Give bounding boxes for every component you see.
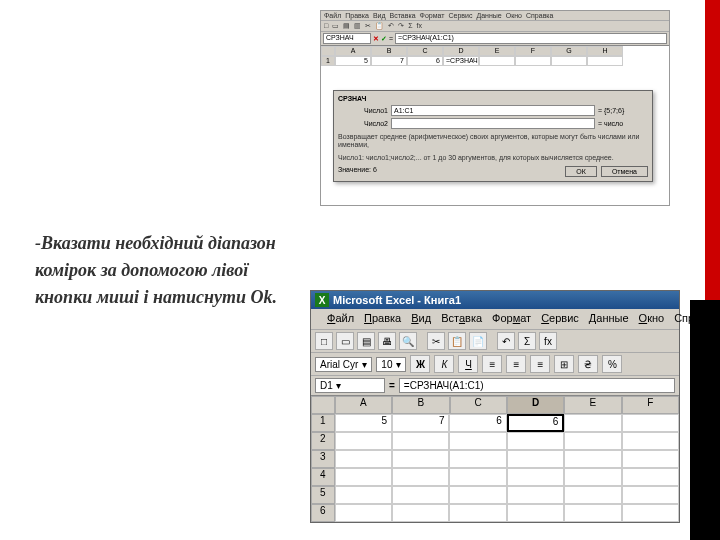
cell[interactable] xyxy=(622,432,679,450)
row-head[interactable]: 2 xyxy=(311,432,335,450)
cell[interactable] xyxy=(622,486,679,504)
active-cell[interactable]: 6 xyxy=(507,414,564,432)
col-head[interactable]: C xyxy=(407,46,443,56)
row-head[interactable]: 6 xyxy=(311,504,335,522)
corner-cell[interactable] xyxy=(321,46,335,56)
name-box[interactable]: D1 ▾ xyxy=(315,378,385,393)
menu-item[interactable]: Данные xyxy=(589,312,629,326)
cell[interactable] xyxy=(335,504,392,522)
col-head[interactable]: B xyxy=(371,46,407,56)
copy-icon[interactable]: 📋 xyxy=(448,332,466,350)
toolbar-icon[interactable]: □ xyxy=(324,22,328,30)
col-head[interactable]: D xyxy=(443,46,479,56)
param2-input[interactable] xyxy=(391,118,595,129)
new-icon[interactable]: □ xyxy=(315,332,333,350)
menu-item[interactable]: Файл xyxy=(324,12,341,19)
ok-button[interactable]: ОК xyxy=(565,166,597,177)
cancel-icon[interactable]: ✕ xyxy=(373,35,379,43)
formula-input[interactable]: =СРЗНАЧ(A1:C1) xyxy=(395,33,667,44)
name-box[interactable]: СРЗНАЧ xyxy=(323,33,371,44)
col-head[interactable]: B xyxy=(392,396,449,414)
cell[interactable] xyxy=(335,432,392,450)
col-head[interactable]: E xyxy=(564,396,621,414)
cell[interactable] xyxy=(564,504,621,522)
cell[interactable]: 6 xyxy=(407,56,443,66)
cell[interactable] xyxy=(564,450,621,468)
menu-item[interactable]: Окно xyxy=(639,312,665,326)
toolbar-icon[interactable]: 📋 xyxy=(375,22,384,30)
row-head[interactable]: 1 xyxy=(311,414,335,432)
menu-item[interactable]: Спра xyxy=(674,312,700,326)
menu-item[interactable]: Вид xyxy=(411,312,431,326)
cell[interactable] xyxy=(564,432,621,450)
cell[interactable] xyxy=(392,486,449,504)
formula-input[interactable]: =СРЗНАЧ(A1:C1) xyxy=(399,378,675,393)
bold-button[interactable]: Ж xyxy=(410,355,430,373)
row-head[interactable]: 1 xyxy=(321,56,335,66)
cell[interactable] xyxy=(335,486,392,504)
row-head[interactable]: 5 xyxy=(311,486,335,504)
size-combo[interactable]: 10▾ xyxy=(376,357,406,372)
col-head[interactable]: A xyxy=(335,396,392,414)
toolbar-icon[interactable]: ▭ xyxy=(332,22,339,30)
col-head-active[interactable]: D xyxy=(507,396,564,414)
align-right-icon[interactable]: ≡ xyxy=(530,355,550,373)
menu-item[interactable]: Правка xyxy=(345,12,369,19)
col-head[interactable]: C xyxy=(450,396,507,414)
cell[interactable] xyxy=(507,432,564,450)
cell[interactable] xyxy=(622,504,679,522)
menu-item[interactable]: Сервис xyxy=(448,12,472,19)
cell[interactable]: =СРЗНАЧ(A1 xyxy=(443,56,479,66)
open-icon[interactable]: ▭ xyxy=(336,332,354,350)
undo-icon[interactable]: ↶ xyxy=(497,332,515,350)
font-combo[interactable]: Arial Cyr▾ xyxy=(315,357,372,372)
cell[interactable] xyxy=(587,56,623,66)
col-head[interactable]: F xyxy=(515,46,551,56)
cell[interactable] xyxy=(392,450,449,468)
cell[interactable] xyxy=(507,486,564,504)
select-all-corner[interactable] xyxy=(311,396,335,414)
menu-item[interactable]: Сервис xyxy=(541,312,579,326)
cell[interactable]: 6 xyxy=(449,414,506,432)
underline-button[interactable]: Ч xyxy=(458,355,478,373)
cancel-button[interactable]: Отмена xyxy=(601,166,648,177)
toolbar-icon[interactable]: ↶ xyxy=(388,22,394,30)
sum-icon[interactable]: Σ xyxy=(518,332,536,350)
cell[interactable] xyxy=(622,450,679,468)
cell[interactable] xyxy=(507,504,564,522)
cell[interactable] xyxy=(392,432,449,450)
print-icon[interactable]: 🖶 xyxy=(378,332,396,350)
col-head[interactable]: H xyxy=(587,46,623,56)
cell[interactable]: 5 xyxy=(335,56,371,66)
menu-item[interactable]: Файл xyxy=(327,312,354,326)
toolbar-icon[interactable]: fx xyxy=(417,22,422,30)
align-center-icon[interactable]: ≡ xyxy=(506,355,526,373)
col-head[interactable]: F xyxy=(622,396,679,414)
toolbar-icon[interactable]: Σ xyxy=(408,22,412,30)
cell[interactable] xyxy=(507,468,564,486)
spreadsheet-grid[interactable]: A B C D E F 1 5 7 6 6 2 3 4 5 6 xyxy=(311,396,679,522)
cell[interactable]: 7 xyxy=(371,56,407,66)
cell[interactable] xyxy=(449,468,506,486)
cell[interactable] xyxy=(564,486,621,504)
cell[interactable] xyxy=(507,450,564,468)
cell[interactable] xyxy=(622,468,679,486)
cell[interactable] xyxy=(392,504,449,522)
row-head[interactable]: 4 xyxy=(311,468,335,486)
cell[interactable]: 5 xyxy=(335,414,392,432)
italic-button[interactable]: К xyxy=(434,355,454,373)
param1-input[interactable] xyxy=(391,105,595,116)
cell[interactable] xyxy=(449,450,506,468)
menu-item[interactable]: Окно xyxy=(506,12,522,19)
cell[interactable] xyxy=(479,56,515,66)
menu-item[interactable]: Формат xyxy=(420,12,445,19)
align-left-icon[interactable]: ≡ xyxy=(482,355,502,373)
paste-icon[interactable]: 📄 xyxy=(469,332,487,350)
toolbar-icon[interactable]: ▥ xyxy=(354,22,361,30)
cell[interactable] xyxy=(449,504,506,522)
row-head[interactable]: 3 xyxy=(311,450,335,468)
percent-icon[interactable]: % xyxy=(602,355,622,373)
toolbar-icon[interactable]: ▤ xyxy=(343,22,350,30)
menu-item[interactable]: Правка xyxy=(364,312,401,326)
menu-item[interactable]: Формат xyxy=(492,312,531,326)
